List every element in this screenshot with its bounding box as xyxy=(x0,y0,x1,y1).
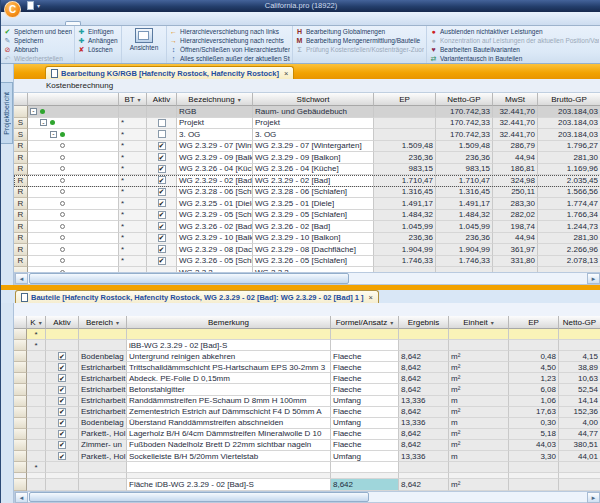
filter-dropdown-icon[interactable]: ▾ xyxy=(491,319,494,326)
table-row[interactable]: RGB Raum- und Gebäudebuch 170.742,33 32.… xyxy=(14,106,600,118)
column-header[interactable]: ▾ xyxy=(14,316,27,329)
ribbon-button[interactable]: ↕ Öffnen/Schließen von Hierarchiestufen xyxy=(169,45,290,54)
aktiv-checkbox[interactable] xyxy=(158,222,166,230)
filter-dropdown-icon[interactable]: ▾ xyxy=(238,96,241,103)
ribbon-tab[interactable] xyxy=(225,21,241,25)
formel-ansatz-cell[interactable]: Flaeche xyxy=(331,384,399,395)
table-row[interactable]: Estricharbeit Betonstahlgitter Flaeche 8… xyxy=(14,384,600,395)
scroll-left-icon[interactable]: ◄ xyxy=(15,273,28,284)
formel-ansatz-cell[interactable]: Umfang xyxy=(331,451,399,462)
row-type-cell[interactable]: R xyxy=(14,175,28,187)
formel-ansatz-cell[interactable] xyxy=(331,462,399,473)
aktiv-checkbox[interactable] xyxy=(58,352,66,360)
aktiv-checkbox[interactable] xyxy=(58,452,66,460)
formel-ansatz-cell[interactable]: Flaeche xyxy=(331,407,399,418)
ribbon-tab[interactable] xyxy=(145,21,161,25)
column-header[interactable]: Bereich ▾ xyxy=(79,316,127,329)
row-type-cell[interactable]: R xyxy=(14,164,28,176)
ribbon-button[interactable]: ♥ Bearbeiten Bauteilvarianten xyxy=(429,45,599,54)
table-row[interactable]: R * WG 2.3.28 - 06 [Schlafen] WG 2.3.28 … xyxy=(14,187,600,199)
aktiv-checkbox[interactable] xyxy=(158,119,166,127)
ribbon-tab[interactable] xyxy=(209,21,225,25)
table-row[interactable]: R * WG 2.3.29 - 07 [Wintergarten] WG 2.3… xyxy=(14,141,600,153)
row-type-cell[interactable]: R xyxy=(14,210,28,222)
aktiv-checkbox[interactable] xyxy=(158,153,166,161)
filter-dropdown-icon[interactable]: ▾ xyxy=(390,319,393,326)
tab-bauteile[interactable]: Bauteile [Hafencity Rostock, Hafencity R… xyxy=(15,290,379,303)
table-row[interactable]: R * WG 2.3.29 - 10 [Balkon] WG 2.3.29 - … xyxy=(14,233,600,245)
row-selector-cell[interactable] xyxy=(14,418,27,429)
table-row[interactable]: * iBB-WG 2.3.29 - 02 [Bad]-S xyxy=(14,340,600,351)
formel-ansatz-cell[interactable]: Umfang xyxy=(331,418,399,429)
hierarchy-cell[interactable] xyxy=(28,118,119,130)
ribbon-button[interactable]: ✘ Löschen xyxy=(77,45,119,54)
table-row[interactable]: Bodenbelag Untergrund reinigen abkehren … xyxy=(14,351,600,362)
formel-ansatz-cell[interactable]: Flaeche xyxy=(331,373,399,384)
formel-ansatz-cell[interactable]: 8,642 xyxy=(331,479,399,491)
column-header[interactable]: K ▾ xyxy=(27,316,46,329)
column-header[interactable]: Aktiv ▾ xyxy=(147,93,177,106)
column-header[interactable]: Aktiv ▾ xyxy=(46,316,79,329)
aktiv-checkbox[interactable] xyxy=(158,130,166,138)
ribbon-button[interactable]: ⇄ Variantentausch in Bauteilen xyxy=(429,54,599,63)
new-document-icon[interactable] xyxy=(27,1,34,10)
ribbon-tab[interactable] xyxy=(161,21,177,25)
aktiv-checkbox[interactable] xyxy=(158,234,166,242)
column-header[interactable]: MwSt ▾ xyxy=(493,93,538,106)
aktiv-checkbox[interactable] xyxy=(158,245,166,253)
views-button[interactable]: Ansichten xyxy=(124,28,164,51)
row-selector-cell[interactable] xyxy=(14,329,27,340)
ribbon-tab[interactable] xyxy=(97,21,113,25)
hierarchy-cell[interactable] xyxy=(28,164,119,176)
filter-dropdown-icon[interactable]: ▾ xyxy=(116,319,119,326)
close-icon[interactable]: × xyxy=(284,69,288,78)
row-type-cell[interactable]: R xyxy=(14,221,28,233)
ribbon-button[interactable]: ✚ Einfügen xyxy=(77,27,119,36)
row-selector-cell[interactable] xyxy=(14,362,27,373)
table-row[interactable]: R * WG 2.3.26 - 04 [Küche] WG 2.3.26 - 0… xyxy=(14,164,600,176)
row-type-cell[interactable]: S xyxy=(14,118,28,130)
table-row[interactable]: * xyxy=(14,329,600,340)
table-row[interactable]: Estricharbeit Randdämmstreifen PE-Schaum… xyxy=(14,396,600,407)
ribbon-button[interactable]: ← Hierarchieverschiebung nach links xyxy=(169,27,290,36)
ribbon-tab[interactable] xyxy=(113,21,129,25)
column-header[interactable]: ▾ xyxy=(28,93,119,106)
row-type-cell[interactable]: R xyxy=(14,256,28,268)
ribbon-button[interactable]: ● Ausblenden nichtaktiver Leistungen xyxy=(429,27,599,36)
table-row[interactable]: Estricharbeit Trittschalldämmschicht PS-… xyxy=(14,362,600,373)
row-type-cell[interactable]: R xyxy=(14,141,28,153)
table-row[interactable]: R * WG 2.3.29 - 08 [Dachfläche] WG 2.3.2… xyxy=(14,244,600,256)
formel-ansatz-cell[interactable]: Flaeche xyxy=(331,362,399,373)
row-selector-cell[interactable] xyxy=(14,384,27,395)
filter-dropdown-icon[interactable]: ▾ xyxy=(138,96,141,103)
aktiv-checkbox[interactable] xyxy=(158,211,166,219)
row-type-cell[interactable]: R xyxy=(14,152,28,164)
table-row[interactable]: Fläche iDB-WG 2.3.29 - 02 [Bad]-S 8,642 … xyxy=(14,479,600,491)
column-header[interactable]: BT ▾ xyxy=(119,93,147,106)
formel-ansatz-cell[interactable]: Flaeche xyxy=(331,351,399,362)
hierarchy-cell[interactable] xyxy=(28,233,119,245)
aktiv-checkbox[interactable] xyxy=(158,199,166,207)
hierarchy-cell[interactable] xyxy=(28,198,119,210)
aktiv-checkbox[interactable] xyxy=(58,374,66,382)
column-header[interactable]: Bezeichnung ▾ xyxy=(177,93,253,106)
hierarchy-cell[interactable] xyxy=(28,175,119,187)
column-header[interactable]: Netto-GP ▾ xyxy=(436,93,493,106)
row-selector-cell[interactable] xyxy=(14,396,27,407)
row-type-cell[interactable]: R xyxy=(14,233,28,245)
hierarchy-cell[interactable] xyxy=(28,106,119,118)
aktiv-checkbox[interactable] xyxy=(58,397,66,405)
upper-horizontal-scrollbar[interactable]: ◄ ► xyxy=(14,272,600,285)
filter-dropdown-icon[interactable]: ▾ xyxy=(39,319,42,326)
column-header[interactable]: Einheit ▾ xyxy=(449,316,509,329)
scrollbar-thumb[interactable] xyxy=(29,492,369,502)
scrollbar-thumb[interactable] xyxy=(29,273,349,284)
tree-collapse-icon[interactable] xyxy=(30,108,37,115)
column-header[interactable]: EP ▾ xyxy=(509,316,559,329)
lower-horizontal-scrollbar[interactable]: ◄ ► xyxy=(14,491,600,503)
formel-ansatz-cell[interactable]: Flaeche xyxy=(331,440,399,451)
ribbon-tab[interactable] xyxy=(129,21,145,25)
ribbon-button[interactable]: ↑ Alles schließen außer der aktuellen St… xyxy=(169,54,290,63)
row-selector-cell[interactable] xyxy=(14,340,27,351)
tab-bearbeitung-kg-rgb[interactable]: Bearbeitung KG/RGB [Hafencity Rostock, H… xyxy=(45,66,294,79)
